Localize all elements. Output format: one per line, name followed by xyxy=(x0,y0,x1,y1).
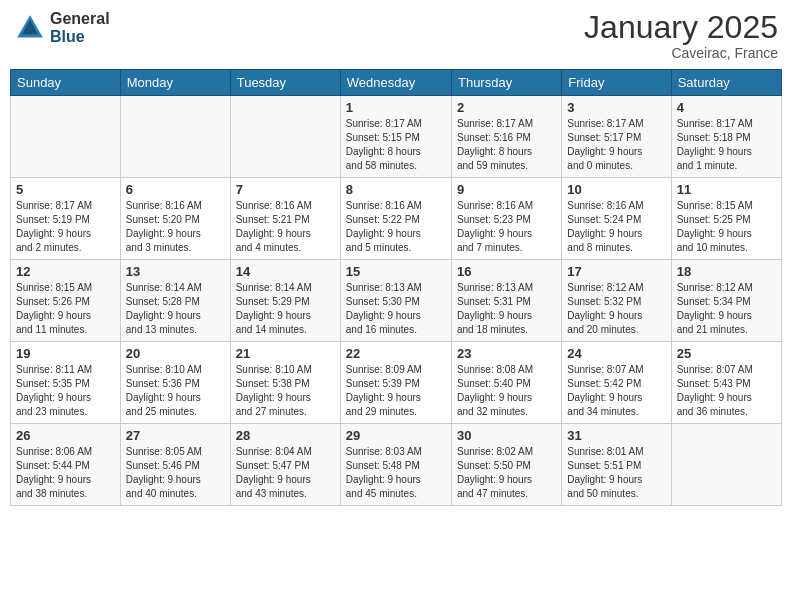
day-number: 9 xyxy=(457,182,556,197)
weekday-header: Saturday xyxy=(671,70,781,96)
weekday-header: Sunday xyxy=(11,70,121,96)
weekday-header: Thursday xyxy=(451,70,561,96)
calendar-cell: 4Sunrise: 8:17 AM Sunset: 5:18 PM Daylig… xyxy=(671,96,781,178)
day-info: Sunrise: 8:17 AM Sunset: 5:17 PM Dayligh… xyxy=(567,117,665,173)
day-info: Sunrise: 8:02 AM Sunset: 5:50 PM Dayligh… xyxy=(457,445,556,501)
calendar-cell: 10Sunrise: 8:16 AM Sunset: 5:24 PM Dayli… xyxy=(562,178,671,260)
calendar-cell: 25Sunrise: 8:07 AM Sunset: 5:43 PM Dayli… xyxy=(671,342,781,424)
day-info: Sunrise: 8:12 AM Sunset: 5:34 PM Dayligh… xyxy=(677,281,776,337)
day-info: Sunrise: 8:11 AM Sunset: 5:35 PM Dayligh… xyxy=(16,363,115,419)
calendar-cell xyxy=(671,424,781,506)
day-number: 7 xyxy=(236,182,335,197)
location: Caveirac, France xyxy=(584,45,778,61)
logo-icon xyxy=(14,12,46,44)
calendar-cell: 9Sunrise: 8:16 AM Sunset: 5:23 PM Daylig… xyxy=(451,178,561,260)
day-number: 25 xyxy=(677,346,776,361)
calendar-cell: 8Sunrise: 8:16 AM Sunset: 5:22 PM Daylig… xyxy=(340,178,451,260)
day-number: 3 xyxy=(567,100,665,115)
day-info: Sunrise: 8:14 AM Sunset: 5:28 PM Dayligh… xyxy=(126,281,225,337)
day-info: Sunrise: 8:07 AM Sunset: 5:42 PM Dayligh… xyxy=(567,363,665,419)
calendar-cell: 19Sunrise: 8:11 AM Sunset: 5:35 PM Dayli… xyxy=(11,342,121,424)
calendar-cell: 3Sunrise: 8:17 AM Sunset: 5:17 PM Daylig… xyxy=(562,96,671,178)
day-number: 31 xyxy=(567,428,665,443)
calendar-cell: 21Sunrise: 8:10 AM Sunset: 5:38 PM Dayli… xyxy=(230,342,340,424)
day-number: 24 xyxy=(567,346,665,361)
day-number: 12 xyxy=(16,264,115,279)
calendar-cell xyxy=(120,96,230,178)
calendar-cell: 16Sunrise: 8:13 AM Sunset: 5:31 PM Dayli… xyxy=(451,260,561,342)
day-number: 2 xyxy=(457,100,556,115)
weekday-header: Tuesday xyxy=(230,70,340,96)
day-number: 6 xyxy=(126,182,225,197)
weekday-header: Monday xyxy=(120,70,230,96)
day-number: 18 xyxy=(677,264,776,279)
day-number: 1 xyxy=(346,100,446,115)
month-title: January 2025 xyxy=(584,10,778,45)
day-number: 10 xyxy=(567,182,665,197)
day-info: Sunrise: 8:17 AM Sunset: 5:15 PM Dayligh… xyxy=(346,117,446,173)
calendar-cell: 30Sunrise: 8:02 AM Sunset: 5:50 PM Dayli… xyxy=(451,424,561,506)
day-number: 23 xyxy=(457,346,556,361)
day-number: 16 xyxy=(457,264,556,279)
calendar-cell: 28Sunrise: 8:04 AM Sunset: 5:47 PM Dayli… xyxy=(230,424,340,506)
calendar-cell: 17Sunrise: 8:12 AM Sunset: 5:32 PM Dayli… xyxy=(562,260,671,342)
calendar-cell xyxy=(230,96,340,178)
title-block: January 2025 Caveirac, France xyxy=(584,10,778,61)
day-info: Sunrise: 8:10 AM Sunset: 5:38 PM Dayligh… xyxy=(236,363,335,419)
day-info: Sunrise: 8:01 AM Sunset: 5:51 PM Dayligh… xyxy=(567,445,665,501)
day-info: Sunrise: 8:17 AM Sunset: 5:18 PM Dayligh… xyxy=(677,117,776,173)
day-number: 20 xyxy=(126,346,225,361)
page-header: General Blue January 2025 Caveirac, Fran… xyxy=(10,10,782,61)
day-info: Sunrise: 8:12 AM Sunset: 5:32 PM Dayligh… xyxy=(567,281,665,337)
day-number: 27 xyxy=(126,428,225,443)
calendar-cell: 31Sunrise: 8:01 AM Sunset: 5:51 PM Dayli… xyxy=(562,424,671,506)
calendar-cell: 22Sunrise: 8:09 AM Sunset: 5:39 PM Dayli… xyxy=(340,342,451,424)
day-info: Sunrise: 8:05 AM Sunset: 5:46 PM Dayligh… xyxy=(126,445,225,501)
day-info: Sunrise: 8:10 AM Sunset: 5:36 PM Dayligh… xyxy=(126,363,225,419)
day-info: Sunrise: 8:17 AM Sunset: 5:19 PM Dayligh… xyxy=(16,199,115,255)
day-info: Sunrise: 8:06 AM Sunset: 5:44 PM Dayligh… xyxy=(16,445,115,501)
calendar-cell: 5Sunrise: 8:17 AM Sunset: 5:19 PM Daylig… xyxy=(11,178,121,260)
calendar-cell: 12Sunrise: 8:15 AM Sunset: 5:26 PM Dayli… xyxy=(11,260,121,342)
calendar-cell: 13Sunrise: 8:14 AM Sunset: 5:28 PM Dayli… xyxy=(120,260,230,342)
day-info: Sunrise: 8:16 AM Sunset: 5:24 PM Dayligh… xyxy=(567,199,665,255)
day-info: Sunrise: 8:09 AM Sunset: 5:39 PM Dayligh… xyxy=(346,363,446,419)
day-info: Sunrise: 8:16 AM Sunset: 5:22 PM Dayligh… xyxy=(346,199,446,255)
day-number: 28 xyxy=(236,428,335,443)
day-number: 4 xyxy=(677,100,776,115)
calendar-cell: 15Sunrise: 8:13 AM Sunset: 5:30 PM Dayli… xyxy=(340,260,451,342)
calendar-week-row: 19Sunrise: 8:11 AM Sunset: 5:35 PM Dayli… xyxy=(11,342,782,424)
calendar-cell: 7Sunrise: 8:16 AM Sunset: 5:21 PM Daylig… xyxy=(230,178,340,260)
day-info: Sunrise: 8:15 AM Sunset: 5:25 PM Dayligh… xyxy=(677,199,776,255)
logo-general: General xyxy=(50,10,110,28)
day-number: 26 xyxy=(16,428,115,443)
calendar-cell: 18Sunrise: 8:12 AM Sunset: 5:34 PM Dayli… xyxy=(671,260,781,342)
calendar-cell: 24Sunrise: 8:07 AM Sunset: 5:42 PM Dayli… xyxy=(562,342,671,424)
calendar-cell: 29Sunrise: 8:03 AM Sunset: 5:48 PM Dayli… xyxy=(340,424,451,506)
day-info: Sunrise: 8:16 AM Sunset: 5:23 PM Dayligh… xyxy=(457,199,556,255)
calendar-cell: 20Sunrise: 8:10 AM Sunset: 5:36 PM Dayli… xyxy=(120,342,230,424)
calendar-cell: 6Sunrise: 8:16 AM Sunset: 5:20 PM Daylig… xyxy=(120,178,230,260)
logo-text: General Blue xyxy=(50,10,110,45)
day-number: 29 xyxy=(346,428,446,443)
day-info: Sunrise: 8:03 AM Sunset: 5:48 PM Dayligh… xyxy=(346,445,446,501)
calendar-cell: 27Sunrise: 8:05 AM Sunset: 5:46 PM Dayli… xyxy=(120,424,230,506)
day-number: 22 xyxy=(346,346,446,361)
day-info: Sunrise: 8:17 AM Sunset: 5:16 PM Dayligh… xyxy=(457,117,556,173)
calendar-cell: 23Sunrise: 8:08 AM Sunset: 5:40 PM Dayli… xyxy=(451,342,561,424)
day-number: 15 xyxy=(346,264,446,279)
day-number: 13 xyxy=(126,264,225,279)
day-info: Sunrise: 8:14 AM Sunset: 5:29 PM Dayligh… xyxy=(236,281,335,337)
day-info: Sunrise: 8:15 AM Sunset: 5:26 PM Dayligh… xyxy=(16,281,115,337)
logo-blue: Blue xyxy=(50,28,110,46)
day-info: Sunrise: 8:13 AM Sunset: 5:30 PM Dayligh… xyxy=(346,281,446,337)
calendar-week-row: 5Sunrise: 8:17 AM Sunset: 5:19 PM Daylig… xyxy=(11,178,782,260)
day-number: 5 xyxy=(16,182,115,197)
calendar-table: SundayMondayTuesdayWednesdayThursdayFrid… xyxy=(10,69,782,506)
calendar-week-row: 1Sunrise: 8:17 AM Sunset: 5:15 PM Daylig… xyxy=(11,96,782,178)
calendar-week-row: 26Sunrise: 8:06 AM Sunset: 5:44 PM Dayli… xyxy=(11,424,782,506)
day-number: 21 xyxy=(236,346,335,361)
calendar-cell: 14Sunrise: 8:14 AM Sunset: 5:29 PM Dayli… xyxy=(230,260,340,342)
day-number: 14 xyxy=(236,264,335,279)
logo: General Blue xyxy=(14,10,110,45)
